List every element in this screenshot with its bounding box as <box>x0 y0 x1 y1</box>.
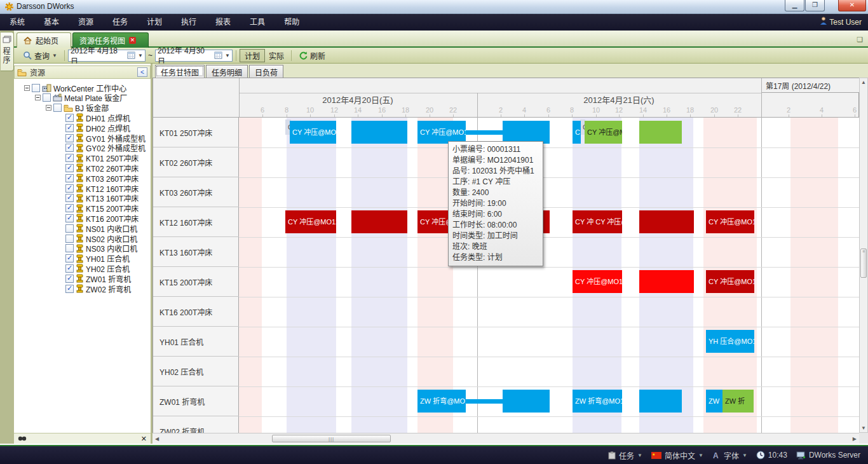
tab-task-gantt[interactable]: 任务甘特图 <box>155 65 205 78</box>
menu-item[interactable]: 计划 <box>137 14 172 31</box>
tab-close-icon[interactable]: ✕ <box>129 37 136 44</box>
menu-item[interactable]: 任务 <box>103 14 137 31</box>
tree-expander-icon[interactable] <box>46 105 51 111</box>
gantt-task-bar[interactable]: YH 压合@MO1 <box>706 330 754 353</box>
logged-in-user[interactable]: Test User <box>820 14 862 31</box>
gantt-task-bar[interactable] <box>639 390 682 413</box>
status-item-flag[interactable]: ★简体中文▼ <box>651 450 703 461</box>
window-list-icon[interactable]: ❏ <box>857 36 863 44</box>
chevron-down-icon[interactable]: ▼ <box>698 453 703 458</box>
menu-item[interactable]: 工具 <box>240 14 275 31</box>
tree-item[interactable]: WorkCenter 工作中心 <box>24 83 126 93</box>
tree-expander-icon[interactable] <box>24 85 30 91</box>
tree-item[interactable]: NS02 内收口机 <box>57 233 137 243</box>
horizontal-scroll-thumb[interactable]: ||| <box>272 435 391 442</box>
gantt-task-bar[interactable] <box>465 399 503 404</box>
chevron-down-icon[interactable]: ▼ <box>637 453 642 458</box>
panel-footer-close-icon[interactable]: ✕ <box>141 435 147 443</box>
date-to-field[interactable]: 2012年 4月30日 ▼ <box>155 50 233 62</box>
tree-item[interactable]: KT16 200T冲床 <box>57 213 139 223</box>
date-from-field[interactable]: 2012年 4月18日 ▼ <box>68 50 146 62</box>
tree-checkbox[interactable] <box>65 124 74 132</box>
query-button[interactable]: 查询 ▼ <box>19 49 61 62</box>
panel-collapse-button[interactable]: < <box>137 67 147 77</box>
minimize-button[interactable]: ▁ <box>785 0 804 11</box>
tree-item[interactable]: KT13 160T冲床 <box>57 193 139 203</box>
tree-checkbox[interactable] <box>65 144 74 152</box>
scroll-up-icon[interactable]: ▲ <box>860 79 867 85</box>
tree-checkbox[interactable] <box>65 264 74 273</box>
tree-checkbox[interactable] <box>65 174 74 182</box>
tree-checkbox[interactable] <box>65 154 74 162</box>
program-panel-tab[interactable]: 程序 <box>1 32 14 71</box>
calendar-icon[interactable] <box>127 51 135 59</box>
tree-item[interactable]: NS03 内收口机 <box>57 243 137 254</box>
gantt-task-bar[interactable]: C <box>573 121 581 144</box>
tab-daily-load[interactable]: 日负荷 <box>249 65 283 78</box>
gantt-task-bar[interactable] <box>351 210 407 233</box>
tree-item[interactable]: Metal Plate 钣金厂 <box>35 93 127 103</box>
tree-item[interactable]: KT01 250T冲床 <box>57 153 139 163</box>
tree-item[interactable]: ZW01 折弯机 <box>57 273 131 283</box>
tree-checkbox[interactable] <box>65 134 74 142</box>
tree-item[interactable]: KT15 200T冲床 <box>57 203 139 214</box>
menu-item[interactable]: 帮助 <box>275 14 309 31</box>
tree-checkbox[interactable] <box>53 104 62 112</box>
tree-checkbox[interactable] <box>65 194 74 202</box>
gantt-task-bar[interactable] <box>639 210 694 233</box>
actual-toggle-button[interactable]: 实际 <box>265 49 288 62</box>
menu-item[interactable]: 报表 <box>206 14 240 31</box>
gantt-task-bar[interactable]: CY 冲压@MO12041901 <box>417 121 466 144</box>
tree-checkbox[interactable] <box>65 204 74 212</box>
gantt-task-bar[interactable] <box>639 270 694 293</box>
gantt-task-bar[interactable] <box>503 121 550 144</box>
gantt-task-bar[interactable]: CY 冲压@MO12041901 <box>290 121 336 144</box>
tree-checkbox[interactable] <box>65 285 74 293</box>
tree-checkbox[interactable] <box>65 254 74 263</box>
chevron-down-icon[interactable]: ▼ <box>742 453 747 458</box>
refresh-button[interactable]: 刷新 <box>295 49 329 62</box>
tree-checkbox[interactable] <box>65 275 74 283</box>
status-item-clipboard[interactable]: 任务▼ <box>608 450 642 461</box>
tree-checkbox[interactable] <box>43 93 51 102</box>
gantt-task-bar[interactable] <box>465 130 503 135</box>
tree-checkbox[interactable] <box>65 114 74 122</box>
tree-checkbox[interactable] <box>65 184 74 193</box>
tree-checkbox[interactable] <box>65 164 74 172</box>
scroll-left-icon[interactable]: ◀ <box>155 436 159 442</box>
close-button[interactable]: ✕ <box>838 0 866 11</box>
gantt-task-bar[interactable]: CY 冲压@MO1 <box>706 210 754 233</box>
tree-checkbox[interactable] <box>65 224 74 233</box>
tab-task-detail[interactable]: 任务明细 <box>206 65 248 78</box>
tree-checkbox[interactable] <box>65 235 74 243</box>
tree-item[interactable]: BJ 钣金部 <box>46 103 109 113</box>
tree-item[interactable]: YH01 压合机 <box>57 254 130 264</box>
menu-item[interactable]: 资源 <box>69 14 103 31</box>
tree-item[interactable]: NS01 内收口机 <box>57 223 137 233</box>
gantt-task-bar[interactable]: CY 冲 CY 冲压@MO12041904 <box>573 210 622 233</box>
tree-item[interactable]: KT03 260T冲床 <box>57 173 139 183</box>
tree-item[interactable]: YH02 压合机 <box>57 263 130 273</box>
gantt-task-bar[interactable]: ZW <box>706 390 723 413</box>
chevron-down-icon[interactable]: ▼ <box>52 53 57 58</box>
binoculars-icon[interactable] <box>18 435 27 442</box>
tree-item[interactable]: KT02 260T冲床 <box>57 163 139 173</box>
menu-item[interactable]: 基本 <box>34 14 69 31</box>
tree-checkbox[interactable] <box>65 244 74 252</box>
gantt-task-bar[interactable] <box>351 121 407 144</box>
tree-item[interactable]: DH01 点焊机 <box>57 113 130 123</box>
scroll-down-icon[interactable]: ▼ <box>860 425 867 431</box>
tree-checkbox[interactable] <box>32 84 40 92</box>
gantt-task-bar[interactable]: CY 冲压@MO12041903 <box>573 270 622 293</box>
tree-item[interactable]: GY02 外桶成型机 <box>57 143 146 153</box>
plan-toggle-button[interactable]: 计划 <box>240 49 265 62</box>
tree-item[interactable]: GY01 外桶成型机 <box>57 133 146 143</box>
calendar-icon[interactable] <box>214 51 222 59</box>
gantt-task-bar[interactable]: ZW 折弯@MO12041901 <box>573 390 622 413</box>
tab-home-page[interactable]: 起始页 <box>17 32 71 48</box>
tree-item[interactable]: KT12 160T冲床 <box>57 183 139 193</box>
gantt-task-bar[interactable]: ZW 折 <box>722 390 754 413</box>
menu-item[interactable]: 执行 <box>172 14 206 31</box>
tree-expander-icon[interactable] <box>35 95 41 100</box>
vertical-scrollbar[interactable]: ▲ ≡ ▼ <box>859 78 868 433</box>
